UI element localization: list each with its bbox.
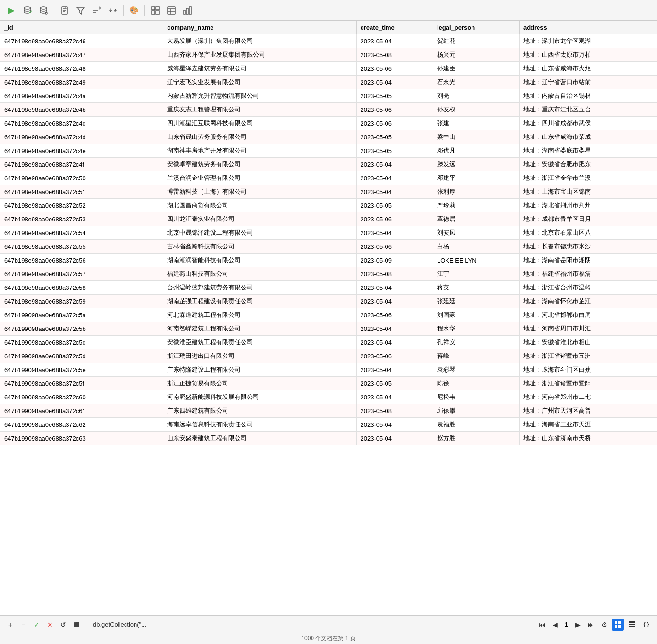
cell-address[interactable]: 地址：山东省威海市荣成 xyxy=(519,130,657,144)
stop-button[interactable]: ⬛ xyxy=(71,619,82,630)
cell-address[interactable]: 地址：河南省郑州市二七 xyxy=(519,390,657,404)
query-label[interactable]: db.getCollection("... xyxy=(90,621,149,628)
cell-_id[interactable]: 647b198e98aa0e688a372c4a xyxy=(0,89,163,103)
cell-_id[interactable]: 647b199098aa0e688a372c5f xyxy=(0,377,163,390)
cell-_id[interactable]: 647b198e98aa0e688a372c4c xyxy=(0,117,163,130)
cell-company_name[interactable]: 广东特隆建设工程有限公司 xyxy=(163,363,356,377)
cell-address[interactable]: 地址：重庆市江北区五台 xyxy=(519,103,657,117)
cell-create_time[interactable]: 2023-05-09 xyxy=(356,254,433,267)
cell-address[interactable]: 地址：广州市天河区高普 xyxy=(519,404,657,418)
col-header-address[interactable]: address xyxy=(519,21,657,34)
cell-_id[interactable]: 647b199098aa0e688a372c62 xyxy=(0,418,163,432)
db-query-icon[interactable] xyxy=(37,4,50,17)
cell-address[interactable]: 地址：海南省三亚市天涯 xyxy=(519,418,657,432)
cell-address[interactable]: 地址：四川省成都市武侯 xyxy=(519,117,657,130)
cell-address[interactable]: 地址：成都市青羊区日月 xyxy=(519,212,657,226)
col-header-legal-person[interactable]: legal_person xyxy=(433,21,519,34)
cell-legal_person[interactable]: 刘安凤 xyxy=(433,226,519,240)
cell-legal_person[interactable]: 邓建平 xyxy=(433,171,519,185)
col-header-create-time[interactable]: create_time xyxy=(356,21,433,34)
cell-create_time[interactable]: 2023-05-04 xyxy=(356,363,433,377)
cell-_id[interactable]: 647b198e98aa0e688a372c54 xyxy=(0,226,163,240)
cell-create_time[interactable]: 2023-05-06 xyxy=(356,212,433,226)
cell-_id[interactable]: 647b198e98aa0e688a372c52 xyxy=(0,199,163,212)
cell-company_name[interactable]: 海南远卓信息科技有限责任公司 xyxy=(163,418,356,432)
cell-legal_person[interactable]: 尼松韦 xyxy=(433,390,519,404)
chart-icon[interactable] xyxy=(181,4,194,17)
table-row[interactable]: 647b198e98aa0e688a372c4f安徽卓章建筑劳务有限公司2023… xyxy=(0,158,657,171)
grid-view-button[interactable] xyxy=(612,619,624,631)
confirm-button[interactable]: ✓ xyxy=(31,619,42,630)
cell-company_name[interactable]: 河南智嵘建筑工程有限公司 xyxy=(163,322,356,336)
cell-legal_person[interactable]: 滕发远 xyxy=(433,158,519,171)
cell-_id[interactable]: 647b198e98aa0e688a372c51 xyxy=(0,185,163,199)
cell-company_name[interactable]: 台州温岭蓝邦建筑劳务有限公司 xyxy=(163,281,356,295)
cell-create_time[interactable]: 2023-05-04 xyxy=(356,76,433,89)
table-row[interactable]: 647b199098aa0e688a372c62海南远卓信息科技有限责任公司20… xyxy=(0,418,657,432)
cell-address[interactable]: 地址：北京市石景山区八 xyxy=(519,226,657,240)
db-check-icon[interactable] xyxy=(21,4,34,17)
cell-create_time[interactable]: 2023-05-04 xyxy=(356,322,433,336)
table-row[interactable]: 647b199098aa0e688a372c63山东安盛泰建筑工程有限公司202… xyxy=(0,432,657,445)
color-icon[interactable]: 🎨 xyxy=(127,4,141,17)
cell-legal_person[interactable]: 邱保攀 xyxy=(433,404,519,418)
table-row[interactable]: 647b198e98aa0e688a372c58台州温岭蓝邦建筑劳务有限公司20… xyxy=(0,281,657,295)
cell-address[interactable]: 地址：浙江省台州市温岭 xyxy=(519,281,657,295)
cell-legal_person[interactable]: 刘亮 xyxy=(433,89,519,103)
table-row[interactable]: 647b198e98aa0e688a372c50兰溪台润企业管理有限公司2023… xyxy=(0,171,657,185)
cell-company_name[interactable]: 湖北国昌商贸有限公司 xyxy=(163,199,356,212)
cancel-button[interactable]: ✕ xyxy=(44,619,56,630)
cell-legal_person[interactable]: 袁彩琴 xyxy=(433,363,519,377)
table-row[interactable]: 647b198e98aa0e688a372c56湖南潮润智能科技有限公司2023… xyxy=(0,254,657,267)
cell-legal_person[interactable]: 严玲莉 xyxy=(433,199,519,212)
cell-create_time[interactable]: 2023-05-04 xyxy=(356,185,433,199)
cell-legal_person[interactable]: 张利厚 xyxy=(433,185,519,199)
cell-_id[interactable]: 647b198e98aa0e688a372c48 xyxy=(0,62,163,76)
cell-_id[interactable]: 647b198e98aa0e688a372c4e xyxy=(0,144,163,158)
table-row[interactable]: 647b199098aa0e688a372c61广东四雄建筑有限公司2023-0… xyxy=(0,404,657,418)
cell-company_name[interactable]: 湖南潮润智能科技有限公司 xyxy=(163,254,356,267)
cell-address[interactable]: 地址：湖南省岳阳市湘阴 xyxy=(519,254,657,267)
cell-legal_person[interactable]: 白杨 xyxy=(433,240,519,254)
cell-legal_person[interactable]: 石永光 xyxy=(433,76,519,89)
data-table-container[interactable]: _id company_name create_time legal_perso… xyxy=(0,21,657,616)
add-record-button[interactable]: + xyxy=(5,619,16,630)
cell-create_time[interactable]: 2023-05-05 xyxy=(356,144,433,158)
cell-company_name[interactable]: 四川潮星汇互联网科技有限公司 xyxy=(163,117,356,130)
cell-create_time[interactable]: 2023-05-04 xyxy=(356,418,433,432)
cell-legal_person[interactable]: 梁中山 xyxy=(433,130,519,144)
table-row[interactable]: 647b198e98aa0e688a372c59湖南芷强工程建设有限责任公司20… xyxy=(0,295,657,308)
cell-company_name[interactable]: 湖南芷强工程建设有限责任公司 xyxy=(163,295,356,308)
cell-_id[interactable]: 647b198e98aa0e688a372c56 xyxy=(0,254,163,267)
cell-_id[interactable]: 647b199098aa0e688a372c63 xyxy=(0,432,163,445)
cell-legal_person[interactable]: 陈徐 xyxy=(433,377,519,390)
refresh-button[interactable]: ↺ xyxy=(58,619,69,630)
remove-record-button[interactable]: − xyxy=(18,619,29,630)
document-icon[interactable] xyxy=(58,4,71,17)
cell-create_time[interactable]: 2023-05-04 xyxy=(356,390,433,404)
cell-create_time[interactable]: 2023-05-04 xyxy=(356,281,433,295)
table-row[interactable]: 647b198e98aa0e688a372c4b重庆友志工程管理有限公司2023… xyxy=(0,103,657,117)
table-row[interactable]: 647b198e98aa0e688a372c4e湖南神丰房地产开发有限公司202… xyxy=(0,144,657,158)
table-row[interactable]: 647b198e98aa0e688a372c4a内蒙古新辉允升智慧物流有限公司2… xyxy=(0,89,657,103)
cell-company_name[interactable]: 辽宁宏飞实业发展有限公司 xyxy=(163,76,356,89)
table-row[interactable]: 647b199098aa0e688a372c5f浙江正捷贸易有限公司2023-0… xyxy=(0,377,657,390)
cell-legal_person[interactable]: LOKE EE LYN xyxy=(433,254,519,267)
cell-company_name[interactable]: 安徽卓章建筑劳务有限公司 xyxy=(163,158,356,171)
settings-button[interactable]: ⚙ xyxy=(598,619,610,630)
cell-_id[interactable]: 647b198e98aa0e688a372c59 xyxy=(0,295,163,308)
cell-create_time[interactable]: 2023-05-04 xyxy=(356,34,433,48)
cell-address[interactable]: 地址：河北省邯郸市曲周 xyxy=(519,308,657,322)
cell-company_name[interactable]: 山西齐家环保产业发展集团有限公司 xyxy=(163,48,356,62)
cell-create_time[interactable]: 2023-05-06 xyxy=(356,240,433,254)
cell-create_time[interactable]: 2023-05-08 xyxy=(356,267,433,281)
cell-company_name[interactable]: 浙江瑞田进出口有限公司 xyxy=(163,349,356,363)
table-row[interactable]: 647b198e98aa0e688a372c53四川龙汇泰实业有限公司2023-… xyxy=(0,212,657,226)
cell-legal_person[interactable]: 程水华 xyxy=(433,322,519,336)
cell-company_name[interactable]: 兰溪台润企业管理有限公司 xyxy=(163,171,356,185)
cell-create_time[interactable]: 2023-05-06 xyxy=(356,103,433,117)
cell-create_time[interactable]: 2023-05-05 xyxy=(356,89,433,103)
cell-company_name[interactable]: 威海星泽垚建筑劳务有限公司 xyxy=(163,62,356,76)
cell-address[interactable]: 地址：山东省济南市天桥 xyxy=(519,432,657,445)
table-icon[interactable] xyxy=(165,4,178,17)
